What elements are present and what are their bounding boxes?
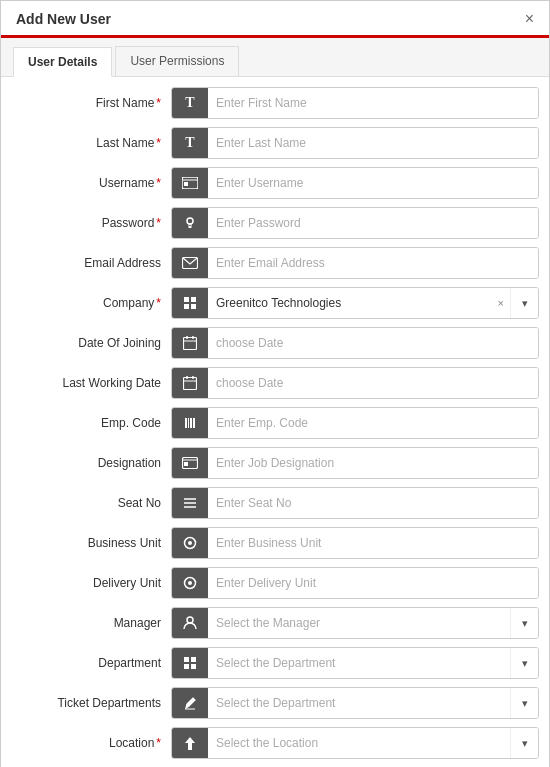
company-dropdown-arrow[interactable]: ▾ bbox=[510, 288, 538, 318]
svg-point-30 bbox=[188, 541, 192, 545]
label-location: Location* bbox=[11, 736, 171, 750]
svg-rect-25 bbox=[184, 462, 188, 466]
label-last-name: Last Name* bbox=[11, 136, 171, 150]
input-group-last-name: T bbox=[171, 127, 539, 159]
input-group-username bbox=[171, 167, 539, 199]
select-group-location: Select the Location ▾ bbox=[171, 727, 539, 759]
field-row-date-of-joining: Date Of Joining bbox=[11, 327, 539, 359]
field-row-location: Location* Select the Location ▾ bbox=[11, 727, 539, 759]
input-group-delivery-unit bbox=[171, 567, 539, 599]
label-email: Email Address bbox=[11, 256, 171, 270]
svg-point-33 bbox=[187, 617, 193, 623]
last-name-input[interactable] bbox=[208, 128, 538, 158]
svg-rect-36 bbox=[184, 664, 189, 669]
field-row-first-name: First Name* T bbox=[11, 87, 539, 119]
required-marker: * bbox=[156, 736, 161, 750]
field-row-last-working-date: Last Working Date bbox=[11, 367, 539, 399]
date-of-joining-input[interactable] bbox=[208, 328, 538, 358]
department-select[interactable]: Select the Department bbox=[208, 648, 510, 678]
svg-rect-22 bbox=[193, 418, 195, 428]
manager-dropdown-arrow: ▾ bbox=[510, 608, 538, 638]
input-group-first-name: T bbox=[171, 87, 539, 119]
label-designation: Designation bbox=[11, 456, 171, 470]
select-group-manager: Select the Manager ▾ bbox=[171, 607, 539, 639]
input-group-designation bbox=[171, 447, 539, 479]
svg-rect-19 bbox=[185, 418, 187, 428]
manager-select[interactable]: Select the Manager bbox=[208, 608, 510, 638]
ticket-departments-dropdown-arrow: ▾ bbox=[510, 688, 538, 718]
label-department: Department bbox=[11, 656, 171, 670]
tab-user-permissions[interactable]: User Permissions bbox=[115, 46, 239, 76]
svg-rect-21 bbox=[190, 418, 192, 428]
close-button[interactable]: × bbox=[525, 11, 534, 27]
password-input[interactable] bbox=[208, 208, 538, 238]
form-body: First Name* T Last Name* T Username* bbox=[1, 77, 549, 767]
last-working-date-input[interactable] bbox=[208, 368, 538, 398]
emp-code-icon bbox=[172, 408, 208, 438]
location-icon bbox=[172, 728, 208, 758]
tab-user-details[interactable]: User Details bbox=[13, 47, 112, 77]
last-working-date-icon bbox=[172, 368, 208, 398]
first-name-icon: T bbox=[172, 88, 208, 118]
delivery-unit-input[interactable] bbox=[208, 568, 538, 598]
designation-icon bbox=[172, 448, 208, 478]
input-group-last-working-date bbox=[171, 367, 539, 399]
field-row-ticket-departments: Ticket Departments Select the Department… bbox=[11, 687, 539, 719]
first-name-input[interactable] bbox=[208, 88, 538, 118]
email-input[interactable] bbox=[208, 248, 538, 278]
svg-rect-34 bbox=[184, 657, 189, 662]
label-delivery-unit: Delivery Unit bbox=[11, 576, 171, 590]
svg-rect-40 bbox=[188, 743, 192, 750]
business-unit-input[interactable] bbox=[208, 528, 538, 558]
manager-icon bbox=[172, 608, 208, 638]
department-icon bbox=[172, 648, 208, 678]
username-input[interactable] bbox=[208, 168, 538, 198]
seat-no-input[interactable] bbox=[208, 488, 538, 518]
company-input[interactable] bbox=[208, 288, 492, 318]
required-marker: * bbox=[156, 96, 161, 110]
label-manager: Manager bbox=[11, 616, 171, 630]
required-marker: * bbox=[156, 216, 161, 230]
label-emp-code: Emp. Code bbox=[11, 416, 171, 430]
required-marker: * bbox=[156, 136, 161, 150]
svg-rect-2 bbox=[184, 182, 188, 186]
label-date-of-joining: Date Of Joining bbox=[11, 336, 171, 350]
field-row-email: Email Address bbox=[11, 247, 539, 279]
svg-rect-9 bbox=[184, 304, 189, 309]
required-marker: * bbox=[156, 296, 161, 310]
svg-rect-35 bbox=[191, 657, 196, 662]
field-row-last-name: Last Name* T bbox=[11, 127, 539, 159]
department-dropdown-arrow: ▾ bbox=[510, 648, 538, 678]
company-clear-button[interactable]: × bbox=[492, 288, 510, 318]
svg-rect-7 bbox=[184, 297, 189, 302]
password-icon bbox=[172, 208, 208, 238]
svg-point-32 bbox=[188, 581, 192, 585]
label-password: Password* bbox=[11, 216, 171, 230]
required-marker: * bbox=[156, 176, 161, 190]
select-group-department: Select the Department ▾ bbox=[171, 647, 539, 679]
add-user-modal: Add New User × User Details User Permiss… bbox=[0, 0, 550, 767]
username-icon bbox=[172, 168, 208, 198]
modal-header: Add New User × bbox=[1, 1, 549, 38]
designation-input[interactable] bbox=[208, 448, 538, 478]
field-row-company: Company* × ▾ bbox=[11, 287, 539, 319]
label-username: Username* bbox=[11, 176, 171, 190]
input-group-emp-code bbox=[171, 407, 539, 439]
svg-rect-8 bbox=[191, 297, 196, 302]
field-row-password: Password* bbox=[11, 207, 539, 239]
ticket-departments-icon bbox=[172, 688, 208, 718]
company-icon bbox=[172, 288, 208, 318]
label-first-name: First Name* bbox=[11, 96, 171, 110]
modal-title: Add New User bbox=[16, 11, 111, 27]
field-row-manager: Manager Select the Manager ▾ bbox=[11, 607, 539, 639]
input-group-email bbox=[171, 247, 539, 279]
seat-no-icon bbox=[172, 488, 208, 518]
select-group-ticket-departments: Select the Department ▾ bbox=[171, 687, 539, 719]
ticket-departments-select[interactable]: Select the Department bbox=[208, 688, 510, 718]
svg-rect-20 bbox=[188, 418, 189, 428]
label-last-working-date: Last Working Date bbox=[11, 376, 171, 390]
field-row-delivery-unit: Delivery Unit bbox=[11, 567, 539, 599]
input-group-seat-no bbox=[171, 487, 539, 519]
emp-code-input[interactable] bbox=[208, 408, 538, 438]
location-select[interactable]: Select the Location bbox=[208, 728, 510, 758]
